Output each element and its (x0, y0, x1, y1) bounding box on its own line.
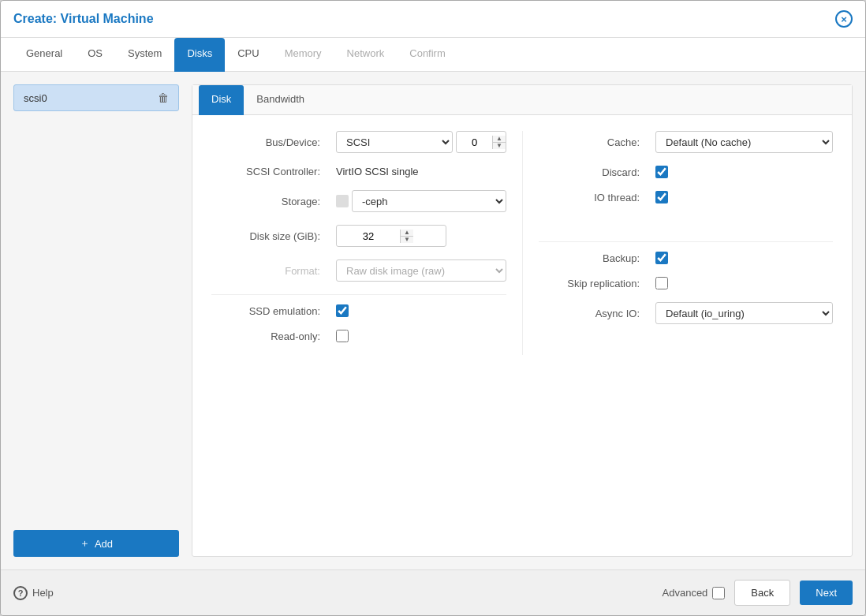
disk-size-input: ▲ ▼ (336, 225, 446, 247)
disk-size-down-button[interactable]: ▼ (401, 237, 413, 243)
main-tabs: General OS System Disks CPU Memory Netwo… (1, 38, 865, 72)
add-icon: ＋ (80, 536, 90, 551)
disk-size-field[interactable] (337, 227, 400, 245)
form-divider-right (539, 241, 833, 242)
skip-replication-checkbox[interactable] (655, 277, 668, 289)
help-icon: ? (13, 586, 28, 600)
back-button[interactable]: Back (734, 580, 790, 606)
form-left-section: Bus/Device: SCSI IDE SATA VirtIO (211, 131, 522, 355)
scsi-controller-row: SCSI Controller: VirtIO SCSI single (211, 166, 506, 177)
help-button[interactable]: ? Help (13, 586, 54, 600)
bus-device-row: Bus/Device: SCSI IDE SATA VirtIO (211, 131, 506, 153)
sub-tab-disk[interactable]: Disk (199, 85, 244, 115)
tab-confirm[interactable]: Confirm (397, 38, 458, 71)
async-io-row: Async IO: Default (io_uring) io_uring na… (539, 302, 833, 324)
device-down-button[interactable]: ▼ (493, 143, 506, 149)
ssd-emulation-row: SSD emulation: (211, 304, 506, 317)
add-button-label: Add (95, 538, 113, 550)
cache-row: Cache: Default (No cache) Direct sync Wr… (539, 131, 833, 153)
format-row: Format: Raw disk image (raw) QEMU image … (211, 259, 506, 282)
backup-checkbox[interactable] (655, 252, 668, 264)
delete-disk-icon[interactable]: 🗑 (158, 91, 169, 104)
bus-device-label: Bus/Device: (211, 136, 330, 148)
ssd-emulation-label: SSD emulation: (211, 305, 330, 317)
format-label: Format: (211, 265, 330, 277)
sub-tab-bar: Disk Bandwidth (192, 85, 852, 115)
create-vm-dialog: Create: Virtual Machine × General OS Sys… (0, 0, 866, 616)
disk-form: Bus/Device: SCSI IDE SATA VirtIO (192, 115, 852, 556)
form-divider (211, 294, 506, 295)
cache-select[interactable]: Default (No cache) Direct sync Write bac… (655, 131, 833, 153)
footer-right: Advanced Back Next (663, 580, 853, 606)
scsi-controller-value: VirtIO SCSI single (336, 166, 506, 177)
io-thread-label: IO thread: (539, 192, 649, 203)
disk-size-spinners: ▲ ▼ (400, 230, 413, 243)
discard-label: Discard: (539, 166, 649, 178)
next-button[interactable]: Next (800, 581, 853, 605)
storage-row: Storage: -ceph (211, 190, 506, 212)
tab-network[interactable]: Network (334, 38, 398, 71)
format-select[interactable]: Raw disk image (raw) QEMU image format (… (336, 259, 506, 282)
device-spinners: ▲ ▼ (492, 136, 506, 149)
ssd-emulation-checkbox-wrap (336, 304, 506, 317)
tab-disks[interactable]: Disks (174, 38, 225, 72)
form-grid: Bus/Device: SCSI IDE SATA VirtIO (211, 131, 833, 355)
read-only-row: Read-only: (211, 330, 506, 342)
device-number-input: ▲ ▼ (456, 131, 506, 153)
dialog-titlebar: Create: Virtual Machine × (1, 1, 865, 38)
storage-controls: -ceph (336, 190, 506, 212)
disk-size-label: Disk size (GiB): (211, 230, 330, 242)
scsi-controller-label: SCSI Controller: (211, 166, 330, 177)
tab-cpu[interactable]: CPU (225, 38, 271, 71)
read-only-checkbox[interactable] (336, 330, 349, 342)
backup-label: Backup: (539, 252, 649, 264)
disk-config-panel: Disk Bandwidth Bus/Device: SCSI (192, 84, 853, 557)
tab-general[interactable]: General (13, 38, 75, 71)
backup-checkbox-wrap (655, 252, 833, 264)
storage-select[interactable]: -ceph (352, 190, 506, 212)
storage-label: Storage: (211, 196, 330, 207)
read-only-label: Read-only: (211, 330, 330, 342)
add-disk-button[interactable]: ＋ Add (13, 530, 179, 557)
bus-device-controls: SCSI IDE SATA VirtIO ▲ ▼ (336, 131, 506, 153)
tab-memory[interactable]: Memory (272, 38, 334, 71)
cache-label: Cache: (539, 136, 649, 148)
dialog-title: Create: Virtual Machine (13, 12, 154, 26)
tab-os[interactable]: OS (75, 38, 115, 71)
disk-list-panel: scsi0 🗑 ＋ Add (13, 84, 179, 557)
skip-replication-row: Skip replication: (539, 277, 833, 289)
discard-checkbox-wrap (655, 166, 833, 178)
storage-icon (336, 195, 349, 207)
disk-size-row: Disk size (GiB): ▲ ▼ (211, 225, 506, 247)
disk-item-label: scsi0 (24, 92, 47, 104)
device-number-field[interactable] (457, 133, 492, 151)
advanced-label: Advanced (663, 587, 708, 599)
tab-system[interactable]: System (115, 38, 174, 71)
io-thread-checkbox-wrap (655, 191, 833, 203)
async-io-label: Async IO: (539, 308, 649, 319)
discard-row: Discard: (539, 166, 833, 178)
list-item[interactable]: scsi0 🗑 (13, 84, 179, 111)
bus-select[interactable]: SCSI IDE SATA VirtIO (336, 131, 453, 153)
advanced-checkbox[interactable] (712, 587, 725, 599)
sub-tab-bandwidth[interactable]: Bandwidth (244, 85, 317, 114)
discard-checkbox[interactable] (655, 166, 668, 178)
async-io-select[interactable]: Default (io_uring) io_uring native threa… (655, 302, 833, 324)
dialog-footer: ? Help Advanced Back Next (1, 569, 865, 615)
form-right-section: Cache: Default (No cache) Direct sync Wr… (522, 131, 833, 355)
read-only-checkbox-wrap (336, 330, 506, 342)
ssd-emulation-checkbox[interactable] (336, 304, 349, 317)
help-label: Help (32, 587, 54, 599)
io-thread-checkbox[interactable] (655, 191, 668, 203)
io-thread-row: IO thread: (539, 191, 833, 203)
close-button[interactable]: × (835, 10, 853, 28)
advanced-wrap: Advanced (663, 587, 726, 599)
skip-replication-checkbox-wrap (655, 277, 833, 289)
dialog-content: scsi0 🗑 ＋ Add Disk Bandwidth (1, 72, 865, 569)
backup-row: Backup: (539, 252, 833, 264)
skip-replication-label: Skip replication: (539, 278, 649, 289)
